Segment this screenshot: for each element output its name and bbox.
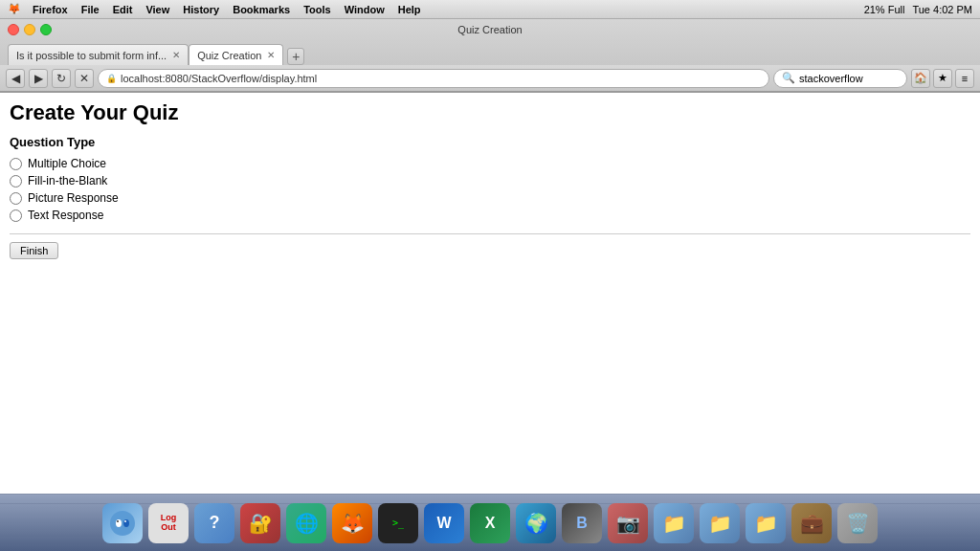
- dock: LogOut ? 🔐 🌐 🦊 >_ W X 🌍 B 📷 📁 📁: [0, 494, 980, 504]
- dock-firefox[interactable]: 🦊: [332, 503, 372, 505]
- home-button[interactable]: 🏠: [911, 69, 930, 88]
- tab-1-label: Quiz Creation: [197, 50, 261, 61]
- minimize-button[interactable]: [24, 24, 35, 35]
- menu-button[interactable]: ≡: [955, 69, 974, 88]
- dock-word[interactable]: W: [424, 503, 464, 505]
- menu-help[interactable]: Help: [392, 4, 427, 15]
- dock-excel[interactable]: X: [470, 503, 510, 505]
- clock: Tue 4:02 PM: [912, 4, 972, 15]
- tab-bar: Is it possible to submit form inf... ✕ Q…: [0, 40, 980, 65]
- reload-button[interactable]: ↻: [52, 69, 71, 88]
- option-picture-response[interactable]: Picture Response: [10, 191, 970, 205]
- back-button[interactable]: ◀: [6, 69, 25, 88]
- battery-status: 21% Full: [864, 4, 905, 15]
- option-fill-blank-label: Fill-in-the-Blank: [28, 174, 107, 187]
- dock-globe[interactable]: 🌍: [516, 503, 556, 505]
- radio-multiple-choice[interactable]: [10, 158, 22, 170]
- search-bar[interactable]: 🔍 stackoverflow: [773, 69, 907, 88]
- menu-tools[interactable]: Tools: [298, 4, 337, 15]
- window-title: Quiz Creation: [457, 24, 522, 35]
- address-text: localhost:8080/StackOverflow/display.htm…: [121, 73, 761, 84]
- tab-0-close[interactable]: ✕: [172, 50, 180, 60]
- dock-logout[interactable]: LogOut: [148, 503, 189, 505]
- nav-icons: 🏠 ★ ≡: [911, 69, 974, 88]
- radio-picture-response[interactable]: [10, 192, 22, 205]
- bookmark-button[interactable]: ★: [933, 69, 952, 88]
- menu-history[interactable]: History: [177, 4, 225, 15]
- forward-button[interactable]: ▶: [29, 69, 48, 88]
- radio-text-response[interactable]: [10, 209, 22, 222]
- radio-fill-blank[interactable]: [10, 175, 22, 187]
- dock-help[interactable]: ?: [194, 503, 234, 505]
- search-icon: 🔍: [782, 72, 795, 84]
- finish-button[interactable]: Finish: [10, 242, 58, 259]
- menu-bar: 🦊 Firefox File Edit View History Bookmar…: [0, 0, 980, 19]
- nav-bar: ◀ ▶ ↻ ✕ 🔒 localhost:8080/StackOverflow/d…: [0, 65, 980, 92]
- page-content: Create Your Quiz Question Type Multiple …: [0, 93, 980, 504]
- dock-photos[interactable]: 📷: [608, 503, 648, 505]
- close-button[interactable]: [8, 24, 19, 35]
- tab-1-close[interactable]: ✕: [267, 50, 275, 60]
- menu-view[interactable]: View: [140, 4, 175, 15]
- menu-file[interactable]: File: [76, 4, 105, 15]
- menu-firefox[interactable]: Firefox: [27, 4, 74, 15]
- menu-edit[interactable]: Edit: [107, 4, 139, 15]
- address-bar[interactable]: 🔒 localhost:8080/StackOverflow/display.h…: [98, 69, 769, 88]
- option-picture-response-label: Picture Response: [28, 191, 119, 205]
- title-bar: Quiz Creation: [0, 19, 980, 40]
- browser-chrome: Quiz Creation Is it possible to submit f…: [0, 19, 980, 93]
- option-multiple-choice-label: Multiple Choice: [28, 157, 106, 170]
- dock-safari[interactable]: 🌐: [286, 503, 326, 505]
- option-text-response-label: Text Response: [28, 209, 103, 222]
- divider: [10, 233, 970, 234]
- firefox-logo: 🦊: [8, 3, 21, 15]
- menu-bar-right: 21% Full Tue 4:02 PM: [864, 4, 972, 15]
- question-type-section: Question Type Multiple Choice Fill-in-th…: [10, 135, 970, 222]
- dock-finder[interactable]: [102, 503, 143, 505]
- search-text: stackoverflow: [799, 73, 863, 84]
- option-text-response[interactable]: Text Response: [10, 209, 970, 222]
- dock-briefcase[interactable]: 💼: [791, 503, 832, 505]
- radio-group: Multiple Choice Fill-in-the-Blank Pictur…: [10, 157, 970, 222]
- dock-folder-3[interactable]: 📁: [746, 503, 786, 505]
- dock-trash[interactable]: 🗑️: [837, 503, 878, 505]
- new-tab-button[interactable]: +: [287, 48, 304, 65]
- page-title: Create Your Quiz: [10, 100, 970, 125]
- menu-window[interactable]: Window: [339, 4, 390, 15]
- question-type-label: Question Type: [10, 135, 970, 149]
- dock-bbedit[interactable]: B: [562, 503, 602, 505]
- menu-bookmarks[interactable]: Bookmarks: [227, 4, 296, 15]
- tab-0-label: Is it possible to submit form inf...: [16, 50, 167, 61]
- dock-folder-1[interactable]: 📁: [654, 503, 694, 505]
- maximize-button[interactable]: [40, 24, 52, 35]
- dock-security[interactable]: 🔐: [240, 503, 280, 505]
- option-multiple-choice[interactable]: Multiple Choice: [10, 157, 970, 170]
- dock-folder-2[interactable]: 📁: [700, 503, 740, 505]
- option-fill-blank[interactable]: Fill-in-the-Blank: [10, 174, 970, 187]
- window-controls: [8, 24, 52, 35]
- stop-button[interactable]: ✕: [75, 69, 94, 88]
- tab-0[interactable]: Is it possible to submit form inf... ✕: [8, 44, 189, 65]
- tab-1[interactable]: Quiz Creation ✕: [189, 44, 283, 65]
- dock-terminal[interactable]: >_: [378, 503, 418, 505]
- address-icon: 🔒: [106, 74, 117, 83]
